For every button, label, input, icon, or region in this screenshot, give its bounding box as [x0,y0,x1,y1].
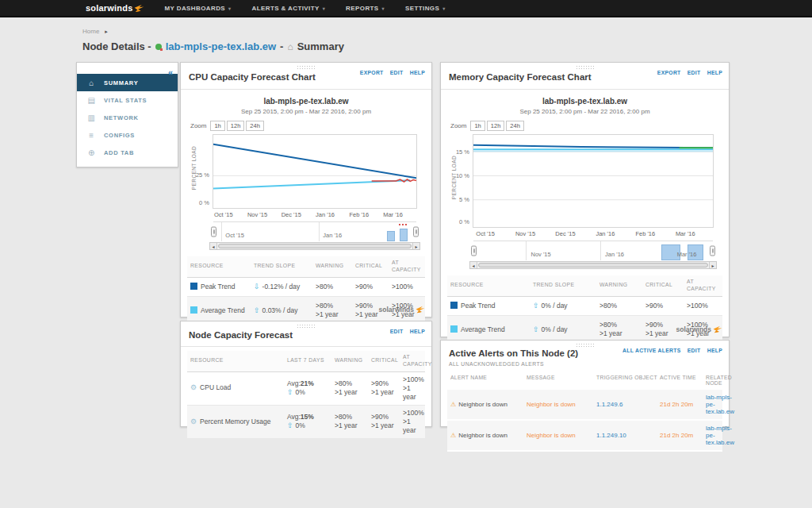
scroll-left-arrow[interactable]: ◂ [210,243,217,249]
related-node-link[interactable]: lab-mpls-pe-tex.lab.ew [706,394,734,415]
zoom-1h-button[interactable]: 1h [210,121,224,131]
help-link[interactable]: HELP [410,70,425,75]
edit-link[interactable]: EDIT [390,70,404,75]
node-capacity-table: RESOURCE LAST 7 DAYS WARNING CRITICAL AT… [187,351,425,439]
trend-up-icon: ⇧ [254,306,260,314]
chart-icon: ▤ [87,96,96,105]
x-tick-label: Dec '15 [555,230,575,237]
trend-up-icon: ⇧ [533,302,539,310]
memory-forecast-panel: Memory Capacity Forecast Chart EXPORT ED… [440,62,730,337]
drag-handle[interactable] [297,324,316,329]
sidebar-item-configs[interactable]: ≡ CONFIGS [77,126,178,144]
column-header: TRIGGERING OBJECT [596,375,660,386]
breadcrumb-arrow-icon: ▸ [105,29,108,35]
navigator-forecast-mark [398,223,408,226]
main-menu: MY DASHBOARDS ▾ ALERTS & ACTIVITY ▾ REPO… [154,0,455,17]
triggering-object-link[interactable]: 1.1.249.6 [596,401,660,408]
menu-settings[interactable]: SETTINGS ▾ [395,0,456,17]
edit-link[interactable]: EDIT [688,348,701,353]
table-row: ⚙Percent Memory Usage Avg:15%⇧0% >80%>1 … [187,406,425,439]
trend-up-icon: ⇧ [287,388,293,396]
solarwinds-logo[interactable]: solarwinds [86,3,144,13]
help-link[interactable]: HELP [707,70,722,75]
range-handle-left[interactable] [471,246,477,256]
table-row: ⚙CPU Load Avg:21%⇧0% >80%>1 year >90%>1 … [187,372,425,406]
zoom-12h-button[interactable]: 12h [227,121,245,131]
breadcrumb-home-link[interactable]: Home [82,28,99,35]
memory-chart-scrollbar[interactable]: ◂ ▸ [469,261,717,269]
alert-row: ⚠Neighbor is down Neighbor is down 1.1.2… [447,421,722,452]
scroll-left-arrow[interactable]: ◂ [470,262,477,268]
zoom-24h-button[interactable]: 24h [506,121,524,131]
column-header: ALERT NAME [450,375,527,386]
column-header: RELATED NODE [706,375,732,386]
help-link[interactable]: HELP [410,329,425,334]
series-swatch [450,325,458,333]
alerts-table: ALERT NAME MESSAGE TRIGGERING OBJECT ACT… [447,371,722,452]
column-header: WARNING [335,357,371,364]
export-link[interactable]: EXPORT [360,70,384,75]
title-separator: - [280,40,283,52]
trend-up-icon: ⇧ [533,325,539,333]
column-header: CRITICAL [645,282,687,289]
series-swatch [190,283,197,290]
triggering-object-link[interactable]: 1.1.249.10 [596,432,660,439]
home-icon: ⌂ [87,79,96,87]
menu-alerts-activity[interactable]: ALERTS & ACTIVITY ▾ [242,0,336,17]
cpu-chart-plot[interactable] [213,134,417,209]
table-row: Peak Trend ⇩-0.12% / day >80% >90% >100% [187,278,425,298]
chevron-down-icon: ▾ [323,6,325,11]
page-title: Node Details - lab-mpls-pe-tex.lab.ew - … [82,40,344,52]
trend-up-icon: ⇧ [287,421,293,429]
panel-title: Active Alerts on This Node (2) [449,348,578,358]
cpu-chart-navigator[interactable]: Oct '15 Jan '16 [213,221,416,241]
x-tick-label: Jan '16 [316,211,335,218]
alert-row: ⚠Neighbor is down Neighbor is down 1.1.2… [447,390,722,421]
navigator-bar [400,229,408,241]
y-tick-label: 15 % [456,148,469,156]
sidebar-item-vital-stats[interactable]: ▤ VITAL STATS [77,91,178,109]
related-node-link[interactable]: lab-mpls-pe-tex.lab.ew [706,425,734,446]
chevron-down-icon: ▾ [382,6,385,11]
range-handle-left[interactable] [211,227,216,237]
scroll-right-arrow[interactable]: ▸ [709,262,716,268]
cpu-chart-scrollbar[interactable]: ◂ ▸ [209,242,420,250]
export-link[interactable]: EXPORT [657,70,681,75]
resource-gear-icon: ⚙ [190,383,197,391]
zoom-12h-button[interactable]: 12h [487,121,505,131]
range-handle-right[interactable] [710,246,715,256]
y-tick-label: 5 % [459,196,469,203]
menu-my-dashboards[interactable]: MY DASHBOARDS ▾ [154,0,241,17]
scroll-thumb[interactable] [478,263,708,267]
edit-link[interactable]: EDIT [390,329,404,334]
drag-handle[interactable] [576,343,595,348]
chart-title: lab-mpls-pe-tex.lab.ew [441,97,729,106]
all-active-alerts-link[interactable]: ALL ACTIVE ALERTS [622,348,681,353]
menu-reports[interactable]: REPORTS ▾ [335,0,395,17]
scroll-thumb[interactable] [218,244,412,248]
content-area: « ⌂ SUMMARY ▤ VITAL STATS ▥ NETWORK ≡ CO… [76,62,736,443]
range-handle-right[interactable] [413,227,419,237]
x-tick-label: Feb '16 [349,211,369,218]
sidebar-item-label: VITAL STATS [104,97,147,104]
drag-handle[interactable] [297,65,316,70]
help-link[interactable]: HELP [707,348,722,353]
sidebar-item-add-tab[interactable]: ⊕ ADD TAB [77,144,178,161]
zoom-24h-button[interactable]: 24h [246,121,264,131]
page-title-prefix: Node Details - [82,40,151,52]
sidebar-item-network[interactable]: ▥ NETWORK [77,109,178,126]
zoom-1h-button[interactable]: 1h [470,121,485,131]
sidebar-collapse-button[interactable]: « [168,67,173,77]
table-row: Peak Trend ⇧0% / day >80% >90% >100% [447,297,722,317]
x-tick-label: Nov '15 [515,230,535,237]
document-icon: ≡ [87,131,96,140]
column-header: CRITICAL [355,263,392,270]
memory-chart-plot[interactable] [473,134,714,228]
sidebar-item-summary[interactable]: ⌂ SUMMARY [77,74,178,91]
zoom-label: Zoom [450,122,466,129]
node-name-link[interactable]: lab-mpls-pe-tex.lab.ew [166,40,276,52]
edit-link[interactable]: EDIT [688,70,701,75]
memory-chart-navigator[interactable]: Nov '15 Jan '16 Mar '16 [473,241,713,260]
scroll-right-arrow[interactable]: ▸ [412,243,419,249]
drag-handle[interactable] [576,65,595,70]
